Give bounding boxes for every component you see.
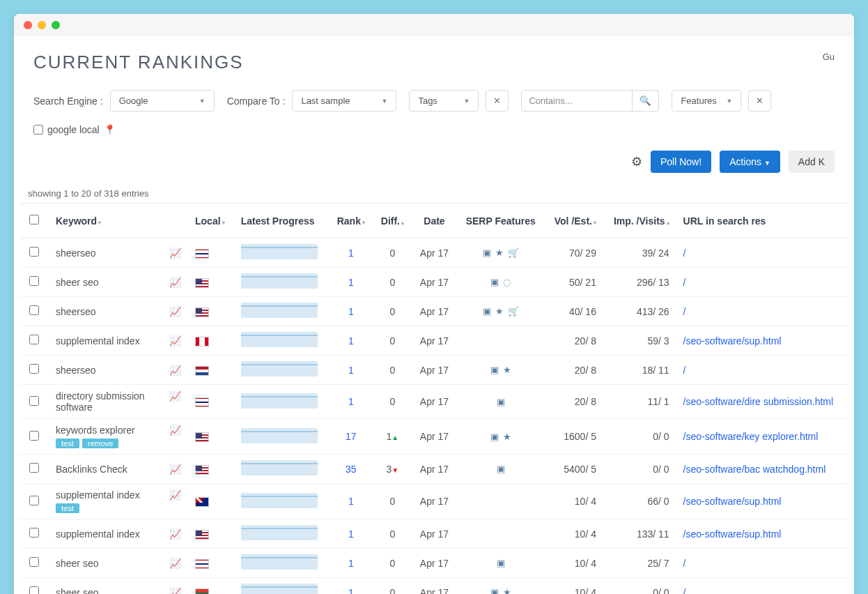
google-local-toggle[interactable]: google local 📍 [33,124,116,135]
col-progress[interactable]: Latest Progress [234,204,330,238]
row-checkbox[interactable] [29,431,39,441]
star-icon: ★ [495,306,504,317]
url-link[interactable]: / [683,558,686,569]
url-link[interactable]: / [683,365,686,376]
row-checkbox[interactable] [29,364,39,374]
row-checkbox[interactable] [29,528,39,538]
chart-icon: 📈 [169,587,181,595]
row-checkbox[interactable] [29,586,39,594]
img-icon: ▣ [490,365,499,375]
url-link[interactable]: / [683,587,686,595]
search-button[interactable]: 🔍 [633,90,659,112]
select-all-checkbox[interactable] [29,215,39,224]
table-row: sheerseo📈10Apr 17▣★🛒70/ 2939/ 24/ [20,238,848,268]
diff-value: 0 [389,247,395,259]
keyword-chart-button[interactable]: 📈 [169,587,181,595]
url-link[interactable]: /seo-software/sup.html [683,335,782,346]
minimize-window-button[interactable] [38,21,46,29]
col-local[interactable]: Local▾ [188,204,234,238]
url-link[interactable]: / [683,247,686,259]
keyword-chart-button[interactable]: 📈 [169,390,181,402]
rank-value[interactable]: 35 [346,464,357,475]
row-checkbox[interactable] [29,305,39,315]
keyword-text: sheer seo [56,587,98,595]
google-local-checkbox[interactable] [33,125,43,135]
rank-value[interactable]: 1 [348,277,354,288]
maximize-window-button[interactable] [52,21,60,29]
url-link[interactable]: /seo-software/sup.html [683,496,782,507]
col-vol[interactable]: Vol /Est.▾ [545,204,603,238]
compare-dropdown[interactable]: Last sample ▼ [292,90,396,112]
chart-icon: 📈 [169,365,181,376]
url-link[interactable]: / [683,306,686,317]
url-link[interactable]: /seo-software/key explorer.html [683,431,819,442]
keyword-chart-button[interactable]: 📈 [169,306,181,317]
table-row: sheerseo📈10Apr 17▣★🛒40/ 16413/ 26/ [20,297,848,326]
col-imp[interactable]: Imp. /Visits▴ [603,204,676,238]
close-window-button[interactable] [24,21,32,29]
flag-gb-icon [195,559,209,569]
entries-info: showing 1 to 20 of 318 entries [20,185,848,203]
keyword-chart-button[interactable]: 📈 [169,425,181,436]
rank-value[interactable]: 1 [348,306,354,317]
keyword-tag[interactable]: test [56,439,79,448]
sort-icon: ▾ [222,220,225,226]
img-icon: ▣ [483,306,491,317]
keyword-chart-button[interactable]: 📈 [169,277,181,288]
actions-dropdown-button[interactable]: Actions ▼ [720,151,780,173]
url-link[interactable]: / [683,277,686,288]
rank-value[interactable]: 1 [348,335,354,346]
rank-value[interactable]: 1 [348,496,354,507]
rank-value[interactable]: 1 [348,558,354,569]
rank-value[interactable]: 1 [348,247,354,259]
flag-au-icon [195,497,209,507]
tags-clear-button[interactable]: ✕ [486,90,509,112]
sparkline [241,361,318,376]
rank-value[interactable]: 1 [348,528,354,540]
settings-button[interactable]: ⚙ [631,154,642,169]
rank-value[interactable]: 1 [348,396,354,407]
vol-est-value: 1600/ 5 [564,431,596,442]
col-rank[interactable]: Rank▾ [329,204,373,238]
keyword-chart-button[interactable]: 📈 [169,489,181,501]
col-keyword[interactable]: Keyword▾ [49,204,188,238]
keyword-chart-button[interactable]: 📈 [169,365,181,376]
vol-est-value: 5400/ 5 [564,464,596,475]
keyword-chart-button[interactable]: 📈 [169,247,181,259]
row-checkbox[interactable] [29,247,39,257]
keyword-tag[interactable]: test [56,503,79,513]
url-link[interactable]: /seo-software/dire submission.html [683,396,834,407]
search-engine-dropdown[interactable]: Google ▼ [110,90,215,112]
col-serp[interactable]: SERP Features [457,204,545,238]
keyword-chart-button[interactable]: 📈 [169,528,181,540]
keyword-chart-button[interactable]: 📈 [169,335,181,346]
diff-value: 0 [389,587,395,595]
search-input[interactable] [521,90,633,112]
features-dropdown[interactable]: Features ▼ [672,90,741,112]
sparkline [241,554,318,570]
url-link[interactable]: /seo-software/bac watchdog.html [683,464,826,475]
col-diff[interactable]: Diff.▴ [373,204,412,238]
rank-value[interactable]: 1 [348,365,354,376]
serp-features: ▣★🛒 [464,306,538,317]
img-icon: ▣ [497,397,505,407]
row-checkbox[interactable] [29,463,39,473]
row-checkbox[interactable] [29,496,39,505]
keyword-chart-button[interactable]: 📈 [169,558,181,569]
row-checkbox[interactable] [29,335,39,344]
serp-features: ▣ [464,558,538,568]
keyword-tag[interactable]: remove [82,439,119,448]
url-link[interactable]: /seo-software/sup.html [683,528,782,540]
rank-value[interactable]: 17 [346,431,357,442]
add-keywords-button[interactable]: Add K [789,151,835,173]
features-clear-button[interactable]: ✕ [748,90,771,112]
col-url[interactable]: URL in search res [676,204,848,238]
row-checkbox[interactable] [29,557,39,567]
tags-dropdown[interactable]: Tags ▼ [409,90,479,112]
rank-value[interactable]: 1 [348,587,354,595]
keyword-chart-button[interactable]: 📈 [169,464,181,475]
row-checkbox[interactable] [29,396,39,406]
col-date[interactable]: Date [412,204,456,238]
row-checkbox[interactable] [29,276,39,286]
poll-now-button[interactable]: Poll Now! [651,151,711,173]
